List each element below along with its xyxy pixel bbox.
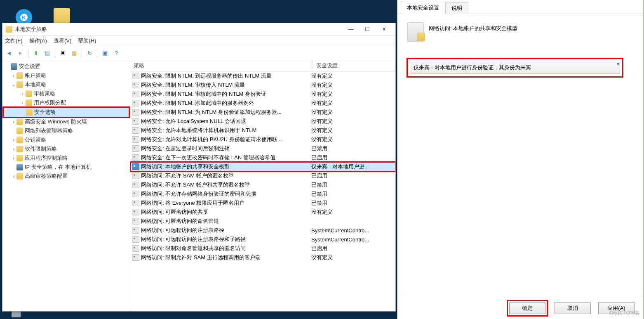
policy-setting-cell: System\CurrentContro... <box>311 227 394 234</box>
back-button[interactable]: ◄ <box>4 48 14 58</box>
tree-root-security-settings[interactable]: 安全设置 <box>3 62 129 71</box>
tab-explain[interactable]: 说明 <box>445 2 468 14</box>
help-button[interactable]: ? <box>111 48 121 58</box>
policy-item-icon <box>132 200 139 206</box>
up-button[interactable]: ⬆ <box>31 48 41 58</box>
tree-item-label: 网络列表管理器策略 <box>25 127 73 135</box>
refresh-button[interactable]: ↻ <box>85 48 94 58</box>
menu-action[interactable]: 操作(A) <box>29 37 47 45</box>
policy-row[interactable]: 网络访问: 可匿名访问的共享没有定义 <box>130 208 395 217</box>
cancel-button[interactable]: 取消 <box>555 302 591 314</box>
menu-file[interactable]: 文件(F) <box>5 37 23 45</box>
tree-item[interactable]: ›用户权限分配 <box>3 98 129 107</box>
menu-help[interactable]: 帮助(H) <box>78 37 96 45</box>
policy-name-cell: 网络安全: 在下一次更改密码时不存储 LAN 管理器哈希值 <box>141 154 311 161</box>
policy-setting-cell: 已禁用 <box>311 145 394 152</box>
expander-icon[interactable]: › <box>11 138 16 142</box>
menu-view[interactable]: 查看(V) <box>54 37 71 45</box>
policy-row[interactable]: 网络安全: 限制 NTLM: 为 NTLM 身份验证添加远程服务器...没有定义 <box>130 108 395 117</box>
expander-icon[interactable]: › <box>11 156 16 161</box>
expander-icon[interactable]: › <box>11 73 16 78</box>
forward-button[interactable]: ► <box>16 48 26 58</box>
window-title: 本地安全策略 <box>15 26 343 33</box>
chevron-down-icon: ▼ <box>616 62 620 66</box>
policy-name-cell: 网络安全: 限制 NTLM: 审核传入 NTLM 流量 <box>141 81 311 89</box>
policy-row[interactable]: 网络安全: 限制 NTLM: 添加此域中的服务器例外没有定义 <box>130 99 395 108</box>
export-button[interactable]: ▣ <box>100 48 110 58</box>
toolbar-separator <box>55 49 55 57</box>
desktop-folder-icon[interactable] <box>49 8 74 25</box>
minimize-button[interactable]: — <box>343 24 359 35</box>
policy-setting-cell: 没有定义 <box>311 118 394 125</box>
policy-row[interactable]: 网络访问: 限制对命名管道和共享的匿名访问已启用 <box>130 244 395 253</box>
policy-row[interactable]: 网络访问: 限制允许对 SAM 进行远程调用的客户端没有定义 <box>130 253 395 262</box>
policy-row[interactable]: 网络访问: 可匿名访问的命名管道 <box>130 217 395 226</box>
list-body[interactable]: 网络安全: 限制 NTLM: 到远程服务器的传出 NTLM 流量没有定义网络安全… <box>130 71 395 311</box>
policy-setting-cell: 已禁用 <box>311 199 394 207</box>
expander-icon[interactable]: › <box>20 92 26 96</box>
tree-item[interactable]: ›帐户策略 <box>3 71 129 80</box>
properties-button[interactable]: ▦ <box>69 48 79 58</box>
expander-icon[interactable]: ⌄ <box>11 83 16 87</box>
policy-row[interactable]: 网络安全: 限制 NTLM: 审核此域中的 NTLM 身份验证没有定义 <box>130 90 395 99</box>
tree-item-label: 用户权限分配 <box>34 99 66 106</box>
tree-item[interactable]: ⌄本地策略 <box>3 80 129 89</box>
policy-row[interactable]: 网络安全: 限制 NTLM: 到远程服务器的传出 NTLM 流量没有定义 <box>130 71 395 80</box>
policy-name-cell: 网络访问: 不允许存储网络身份验证的密码和凭据 <box>141 190 311 198</box>
ok-button[interactable]: 确定 <box>509 302 545 314</box>
policy-name-cell: 网络安全: 限制 NTLM: 到远程服务器的传出 NTLM 流量 <box>141 72 311 80</box>
policy-item-icon <box>132 209 139 215</box>
policy-name-cell: 网络访问: 可匿名访问的命名管道 <box>141 217 311 225</box>
tree-item[interactable]: ›高级安全 Windows 防火墙 <box>3 117 129 126</box>
tree-item[interactable]: ›软件限制策略 <box>3 144 129 154</box>
policy-row[interactable]: 网络安全: 限制 NTLM: 审核传入 NTLM 流量没有定义 <box>130 80 395 90</box>
delete-button[interactable]: ✖ <box>58 48 68 58</box>
policy-item-icon <box>132 218 139 224</box>
tree-item[interactable]: ›审核策略 <box>3 89 129 98</box>
policy-item-icon <box>132 73 139 79</box>
tree-item[interactable]: 网络列表管理器策略 <box>3 126 129 135</box>
policy-row[interactable]: 网络访问: 本地帐户的共享和安全模型仅来宾 - 对本地用户进... <box>130 162 395 171</box>
policy-row[interactable]: 网络安全: 在下一次更改密码时不存储 LAN 管理器哈希值已启用 <box>130 153 395 162</box>
tree-label: 安全设置 <box>19 63 40 70</box>
tree-item[interactable]: ›高级审核策略配置 <box>3 172 129 181</box>
policy-row[interactable]: 网络访问: 不允许 SAM 帐户的匿名枚举已启用 <box>130 171 395 180</box>
policy-name-cell: 网络访问: 不允许 SAM 帐户和共享的匿名枚举 <box>141 181 311 189</box>
tree-item-label: 本地策略 <box>25 81 46 88</box>
policy-setting-cell: 已禁用 <box>311 181 394 189</box>
tree-item[interactable]: 安全选项 <box>3 107 129 117</box>
policy-setting-cell: 已禁用 <box>311 190 394 198</box>
expander-icon[interactable]: › <box>11 120 16 124</box>
tab-local-security-setting[interactable]: 本地安全设置 <box>401 2 445 14</box>
policy-row[interactable]: 网络安全: 在超过登录时间后强制注销已禁用 <box>130 144 395 153</box>
policy-row[interactable]: 网络访问: 可远程访问的注册表路径System\CurrentContro... <box>130 226 395 235</box>
folder-icon <box>26 109 33 116</box>
tree-item[interactable]: ›应用程序控制策略 <box>3 154 129 163</box>
menubar: 文件(F) 操作(A) 查看(V) 帮助(H) <box>2 35 395 46</box>
tree-item[interactable]: ›公钥策略 <box>3 135 129 144</box>
column-header-policy[interactable]: 策略 <box>130 60 313 71</box>
tree-item[interactable]: IP 安全策略，在 本地计算机 <box>3 163 129 172</box>
policy-item-icon <box>132 191 139 197</box>
properties-body: 网络访问: 本地帐户的共享和安全模型 仅来宾 - 对本地用户进行身份验证，其身份… <box>397 14 644 297</box>
policy-name-cell: 网络安全: 在超过登录时间后强制注销 <box>141 145 311 152</box>
policy-row[interactable]: 网络安全: 允许 LocalSystem NULL 会话回退没有定义 <box>130 117 395 126</box>
toolbar-separator <box>82 49 82 57</box>
expander-icon[interactable]: › <box>11 147 16 151</box>
show-hide-tree-button[interactable]: ▤ <box>42 48 52 58</box>
policy-row[interactable]: 网络访问: 不允许 SAM 帐户和共享的匿名枚举已禁用 <box>130 180 395 189</box>
expander-icon[interactable]: › <box>20 101 26 105</box>
tree-item-label: 高级安全 Windows 防火墙 <box>25 118 87 125</box>
policy-row[interactable]: 网络访问: 将 Everyone 权限应用于匿名用户已禁用 <box>130 198 395 208</box>
policy-list-pane: 策略 安全设置 网络安全: 限制 NTLM: 到远程服务器的传出 NTLM 流量… <box>130 60 395 311</box>
column-header-setting[interactable]: 安全设置 <box>313 60 395 71</box>
close-button[interactable]: ✕ <box>376 24 392 35</box>
setting-combobox[interactable]: 仅来宾 - 对本地用户进行身份验证，其身份为来宾 ▼ <box>410 62 620 73</box>
expander-icon[interactable]: › <box>11 174 16 179</box>
policy-name-cell: 网络访问: 本地帐户的共享和安全模型 <box>141 163 311 170</box>
policy-row[interactable]: 网络访问: 可远程访问的注册表路径和子路径System\CurrentContr… <box>130 235 395 244</box>
policy-row[interactable]: 网络安全: 允许本地系统将计算机标识用于 NTLM没有定义 <box>130 126 395 135</box>
policy-row[interactable]: 网络访问: 不允许存储网络身份验证的密码和凭据已禁用 <box>130 189 395 198</box>
policy-row[interactable]: 网络安全: 允许对此计算机的 PKU2U 身份验证请求使用联...没有定义 <box>130 135 395 144</box>
maximize-button[interactable]: ☐ <box>359 24 376 35</box>
